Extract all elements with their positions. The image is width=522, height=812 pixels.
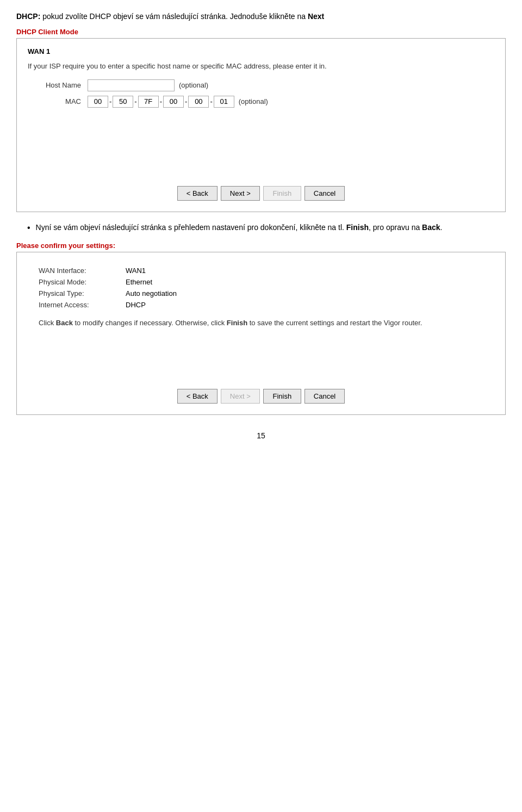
physical-type-value: Auto negotiation: [126, 289, 177, 297]
panel1-next-button[interactable]: Next >: [221, 186, 260, 201]
panel1-button-row: < Back Next > Finish Cancel: [28, 186, 494, 201]
panel1-description: If your ISP require you to enter a speci…: [28, 61, 494, 72]
host-name-row: Host Name (optional): [28, 79, 494, 91]
mac-row: MAC - - - - - (optional): [28, 96, 494, 108]
table-row: WAN Interface: WAN1: [39, 266, 494, 275]
physical-mode-label: Physical Mode:: [39, 278, 126, 286]
internet-access-value: DHCP: [126, 301, 146, 309]
mac-dash-4: -: [185, 97, 187, 106]
table-row: Physical Mode: Ethernet: [39, 278, 494, 286]
panel1-back-button[interactable]: < Back: [177, 186, 217, 201]
bullet-text: Nyní se vám objeví následující stránka s…: [36, 222, 443, 233]
section-header-confirm: Please confirm your settings:: [16, 241, 506, 250]
next-inline-label: Next: [308, 12, 324, 21]
dhcp-text: pokud zvolíte DHCP objeví se vám následu…: [40, 12, 306, 21]
panel1-title: WAN 1: [28, 47, 494, 55]
dhcp-label: DHCP:: [16, 12, 40, 21]
bullet-text-after: , pro opravu na: [369, 223, 420, 232]
panel2-cancel-button[interactable]: Cancel: [304, 389, 345, 404]
dhcp-client-mode-panel: WAN 1 If your ISP require you to enter a…: [16, 38, 506, 212]
table-row: Physical Type: Auto negotiation: [39, 289, 494, 297]
panel2-button-row: < Back Next > Finish Cancel: [28, 389, 494, 404]
host-name-label: Host Name: [28, 81, 88, 89]
confirm-settings-panel: WAN Interface: WAN1 Physical Mode: Ether…: [16, 252, 506, 415]
bullet-item: • Nyní se vám objeví následující stránka…: [27, 222, 506, 234]
panel1-finish-button: Finish: [263, 186, 301, 201]
confirm-table: WAN Interface: WAN1 Physical Mode: Ether…: [39, 266, 494, 309]
mac-optional: (optional): [239, 97, 268, 106]
mac-label: MAC: [28, 97, 88, 106]
note-back: Back: [56, 319, 73, 327]
mac-segment-1[interactable]: [88, 96, 108, 108]
physical-mode-value: Ethernet: [126, 278, 152, 286]
mac-segment-6[interactable]: [214, 96, 234, 108]
bullet-section: • Nyní se vám objeví následující stránka…: [27, 222, 506, 234]
mac-dash-2: -: [134, 97, 136, 106]
bullet-back-label: Back: [422, 223, 440, 232]
wan-interface-value: WAN1: [126, 266, 146, 275]
host-name-input[interactable]: [88, 79, 175, 91]
confirm-note: Click Back to modify changes if necessar…: [39, 318, 494, 329]
note-finish: Finish: [227, 319, 247, 327]
mac-dash-3: -: [160, 97, 162, 106]
panel2-finish-button[interactable]: Finish: [263, 389, 301, 404]
mac-dash-5: -: [210, 97, 212, 106]
mac-segment-4[interactable]: [163, 96, 184, 108]
mac-segment-5[interactable]: [188, 96, 209, 108]
section-header-dhcp: DHCP Client Mode: [16, 28, 506, 36]
note-mid: to modify changes if necessary. Otherwis…: [73, 319, 227, 327]
wan-interface-label: WAN Interface:: [39, 266, 126, 275]
note-prefix: Click: [39, 319, 56, 327]
mac-segment-3[interactable]: [138, 96, 159, 108]
physical-type-label: Physical Type:: [39, 289, 126, 297]
internet-access-label: Internet Access:: [39, 301, 126, 309]
panel2-next-button: Next >: [221, 389, 260, 404]
host-name-optional: (optional): [179, 81, 208, 89]
bullet-finish-label: Finish: [346, 223, 369, 232]
page-number: 15: [16, 431, 506, 440]
mac-inputs: - - - - -: [88, 96, 234, 108]
mac-segment-2[interactable]: [113, 96, 133, 108]
intro-paragraph: DHCP: pokud zvolíte DHCP objeví se vám n…: [16, 11, 506, 22]
panel2-back-button[interactable]: < Back: [177, 389, 217, 404]
note-suffix: to save the current settings and restart…: [247, 319, 422, 327]
table-row: Internet Access: DHCP: [39, 301, 494, 309]
panel1-cancel-button[interactable]: Cancel: [304, 186, 345, 201]
bullet-text-before: Nyní se vám objeví následující stránka s…: [36, 223, 344, 232]
bullet-dot: •: [27, 222, 30, 234]
mac-dash-1: -: [109, 97, 111, 106]
